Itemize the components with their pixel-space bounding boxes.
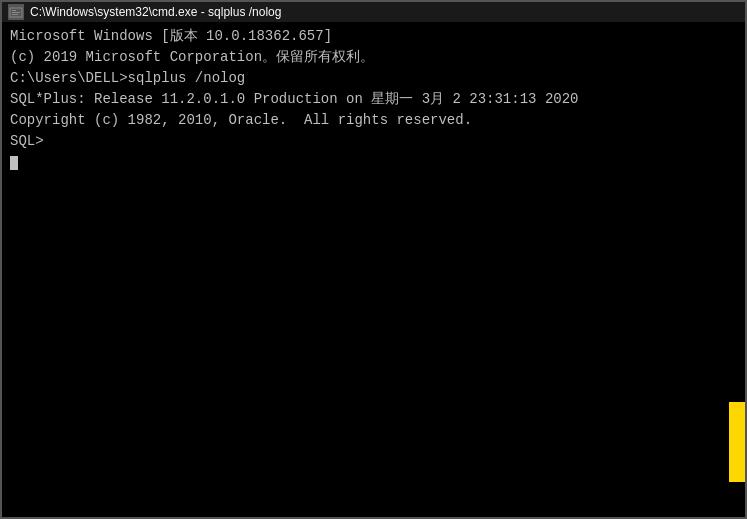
terminal-line-1: (c) 2019 Microsoft Corporation。保留所有权利。	[10, 47, 737, 68]
terminal-line-0: Microsoft Windows [版本 10.0.18362.657]	[10, 26, 737, 47]
terminal[interactable]: Microsoft Windows [版本 10.0.18362.657] (c…	[0, 22, 747, 519]
scrollbar[interactable]	[729, 402, 745, 482]
terminal-line-5: SQL*Plus: Release 11.2.0.1.0 Production …	[10, 89, 737, 110]
terminal-line-7: Copyright (c) 1982, 2010, Oracle. All ri…	[10, 110, 737, 131]
svg-rect-2	[12, 12, 20, 13]
title-bar: C:\Windows\system32\cmd.exe - sqlplus /n…	[0, 0, 747, 22]
terminal-line-3: C:\Users\DELL>sqlplus /nolog	[10, 68, 737, 89]
terminal-line-9: SQL>	[10, 131, 737, 152]
svg-rect-1	[12, 10, 16, 11]
title-bar-icon	[8, 4, 24, 20]
title-bar-text: C:\Windows\system32\cmd.exe - sqlplus /n…	[30, 5, 739, 19]
cursor	[10, 156, 18, 170]
svg-rect-3	[12, 14, 18, 15]
